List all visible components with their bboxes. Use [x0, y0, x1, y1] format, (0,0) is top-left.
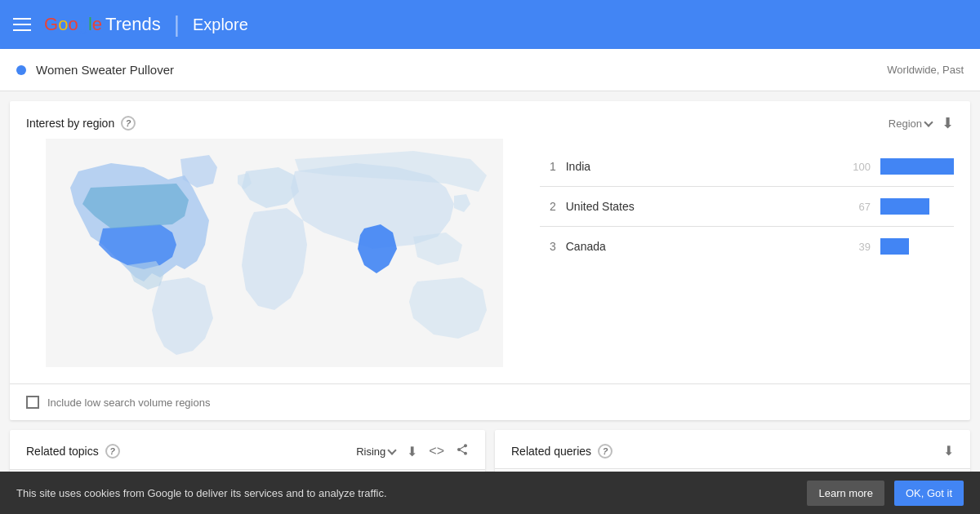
rising-filter-label: Rising: [356, 445, 385, 458]
interest-by-region-card: Interest by region ? Region ⬇: [10, 101, 970, 420]
related-topics-title-text: Related topics: [26, 445, 99, 458]
region-dropdown-label: Region: [889, 117, 922, 130]
main-content: Interest by region ? Region ⬇: [0, 91, 980, 514]
ok-got-it-button[interactable]: OK, Got it: [894, 481, 964, 506]
cookie-banner: This site uses cookies from Google to de…: [0, 472, 980, 514]
region-controls: Region ⬇: [889, 114, 954, 132]
rising-dropdown[interactable]: Rising: [356, 445, 395, 458]
rising-chevron: [388, 445, 397, 454]
world-map-container: [26, 139, 523, 367]
header: Google Trends | Explore: [0, 0, 980, 49]
search-meta: Worldwide, Past: [887, 64, 964, 76]
rank-number-1: 1: [540, 160, 556, 173]
rank-bar-container-1: [880, 158, 954, 175]
rank-number-3: 3: [540, 240, 556, 253]
logo-area: Google Trends | Explore: [44, 11, 248, 38]
low-volume-checkbox[interactable]: [26, 396, 39, 409]
related-queries-help-icon[interactable]: ?: [598, 444, 612, 459]
explore-label: Explore: [193, 16, 248, 34]
rank-number-2: 2: [540, 200, 556, 213]
related-topics-title: Related topics ?: [26, 444, 120, 459]
rank-bar-2: [880, 198, 929, 215]
hamburger-menu-icon[interactable]: [13, 18, 31, 31]
rank-bar-1: [880, 158, 954, 175]
rank-bar-container-2: [880, 198, 954, 215]
checkbox-area: Include low search volume regions: [10, 383, 970, 420]
map-rankings-container: 1 India 100 2 United States 67 3: [10, 139, 970, 383]
rank-row-2: 2 United States 67: [540, 187, 954, 227]
region-help-icon[interactable]: ?: [121, 116, 136, 131]
rank-bar-3: [880, 238, 909, 255]
google-trends-logo: Google Trends: [44, 14, 161, 35]
rank-value-3: 39: [846, 241, 871, 253]
world-map-svg: [46, 139, 503, 367]
region-section-header: Interest by region ? Region ⬇: [10, 101, 970, 139]
related-queries-header: Related queries ? ⬇: [495, 430, 970, 469]
rank-row-3: 3 Canada 39: [540, 227, 954, 266]
related-topics-help-icon[interactable]: ?: [105, 444, 120, 459]
logo-separator: |: [174, 11, 180, 38]
rank-value-2: 67: [846, 201, 871, 213]
rank-country-3: Canada: [566, 240, 836, 253]
checkbox-label: Include low search volume regions: [47, 397, 210, 409]
region-section-title: Interest by region ?: [26, 116, 136, 131]
region-dropdown-chevron: [924, 117, 933, 126]
related-queries-controls: ⬇: [943, 443, 954, 459]
related-topics-header: Related topics ? Rising ⬇ <>: [10, 430, 485, 470]
region-dropdown[interactable]: Region: [889, 117, 932, 130]
related-queries-title: Related queries ?: [511, 444, 612, 459]
region-download-icon[interactable]: ⬇: [942, 114, 954, 132]
trends-label: Trends: [105, 14, 161, 35]
search-bar: Women Sweater Pullover Worldwide, Past: [0, 49, 980, 91]
search-term: Women Sweater Pullover: [36, 63, 887, 77]
rankings-list: 1 India 100 2 United States 67 3: [540, 139, 954, 367]
region-title-text: Interest by region: [26, 117, 114, 130]
rank-bar-container-3: [880, 238, 954, 255]
learn-more-button[interactable]: Learn more: [807, 481, 884, 506]
related-topics-controls: Rising ⬇ <>: [356, 443, 469, 459]
topics-share-icon[interactable]: [456, 443, 469, 459]
rank-value-1: 100: [846, 161, 871, 173]
topics-download-icon[interactable]: ⬇: [407, 444, 417, 459]
search-dot-indicator: [16, 65, 26, 75]
topics-embed-icon[interactable]: <>: [429, 444, 444, 459]
cookie-message: This site uses cookies from Google to de…: [16, 487, 797, 499]
queries-download-icon[interactable]: ⬇: [943, 443, 954, 459]
related-queries-title-text: Related queries: [511, 445, 591, 458]
rank-country-1: India: [566, 160, 836, 173]
rank-country-2: United States: [566, 200, 836, 213]
rank-row-1: 1 India 100: [540, 147, 954, 187]
